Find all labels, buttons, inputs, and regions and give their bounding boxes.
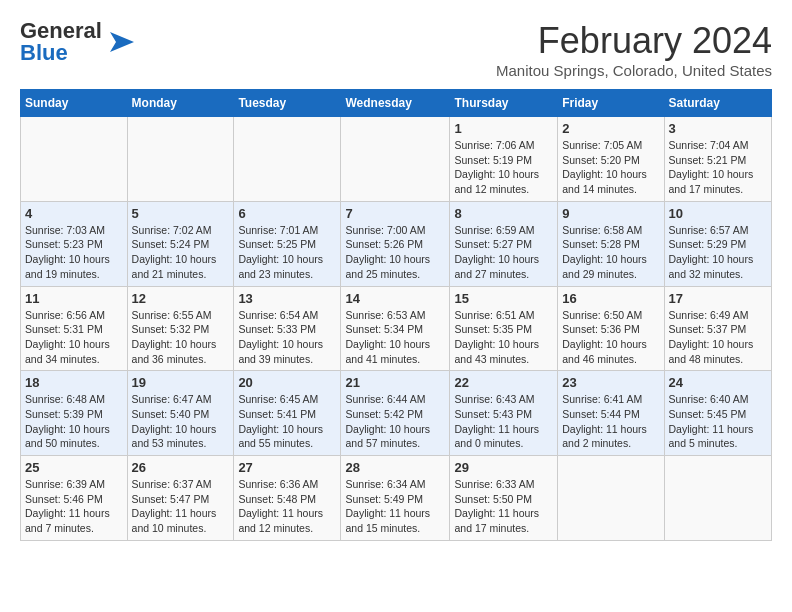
day-info: Sunrise: 7:02 AM Sunset: 5:24 PM Dayligh… [132,223,230,282]
day-info: Sunrise: 6:49 AM Sunset: 5:37 PM Dayligh… [669,308,767,367]
calendar-cell: 6Sunrise: 7:01 AM Sunset: 5:25 PM Daylig… [234,201,341,286]
day-info: Sunrise: 6:37 AM Sunset: 5:47 PM Dayligh… [132,477,230,536]
day-info: Sunrise: 6:40 AM Sunset: 5:45 PM Dayligh… [669,392,767,451]
weekday-header-saturday: Saturday [664,90,771,117]
day-number: 22 [454,375,553,390]
day-number: 21 [345,375,445,390]
calendar-cell [558,456,664,541]
day-number: 4 [25,206,123,221]
day-info: Sunrise: 7:05 AM Sunset: 5:20 PM Dayligh… [562,138,659,197]
calendar-cell: 13Sunrise: 6:54 AM Sunset: 5:33 PM Dayli… [234,286,341,371]
day-info: Sunrise: 6:59 AM Sunset: 5:27 PM Dayligh… [454,223,553,282]
calendar-cell: 12Sunrise: 6:55 AM Sunset: 5:32 PM Dayli… [127,286,234,371]
day-number: 17 [669,291,767,306]
title-section: February 2024 Manitou Springs, Colorado,… [496,20,772,79]
day-number: 3 [669,121,767,136]
day-info: Sunrise: 6:48 AM Sunset: 5:39 PM Dayligh… [25,392,123,451]
weekday-header-row: SundayMondayTuesdayWednesdayThursdayFrid… [21,90,772,117]
calendar-cell: 23Sunrise: 6:41 AM Sunset: 5:44 PM Dayli… [558,371,664,456]
day-number: 29 [454,460,553,475]
svg-marker-0 [110,32,134,52]
calendar-cell: 20Sunrise: 6:45 AM Sunset: 5:41 PM Dayli… [234,371,341,456]
day-info: Sunrise: 6:43 AM Sunset: 5:43 PM Dayligh… [454,392,553,451]
weekday-header-monday: Monday [127,90,234,117]
day-number: 27 [238,460,336,475]
day-info: Sunrise: 6:53 AM Sunset: 5:34 PM Dayligh… [345,308,445,367]
calendar-cell: 1Sunrise: 7:06 AM Sunset: 5:19 PM Daylig… [450,117,558,202]
calendar-cell: 25Sunrise: 6:39 AM Sunset: 5:46 PM Dayli… [21,456,128,541]
calendar-cell: 26Sunrise: 6:37 AM Sunset: 5:47 PM Dayli… [127,456,234,541]
day-info: Sunrise: 6:51 AM Sunset: 5:35 PM Dayligh… [454,308,553,367]
day-number: 26 [132,460,230,475]
calendar-week-row: 25Sunrise: 6:39 AM Sunset: 5:46 PM Dayli… [21,456,772,541]
weekday-header-thursday: Thursday [450,90,558,117]
day-number: 13 [238,291,336,306]
calendar-cell: 14Sunrise: 6:53 AM Sunset: 5:34 PM Dayli… [341,286,450,371]
day-number: 8 [454,206,553,221]
day-number: 24 [669,375,767,390]
day-number: 18 [25,375,123,390]
calendar-cell: 3Sunrise: 7:04 AM Sunset: 5:21 PM Daylig… [664,117,771,202]
day-number: 7 [345,206,445,221]
calendar-cell: 4Sunrise: 7:03 AM Sunset: 5:23 PM Daylig… [21,201,128,286]
day-info: Sunrise: 6:58 AM Sunset: 5:28 PM Dayligh… [562,223,659,282]
day-number: 15 [454,291,553,306]
day-info: Sunrise: 7:01 AM Sunset: 5:25 PM Dayligh… [238,223,336,282]
calendar-cell: 21Sunrise: 6:44 AM Sunset: 5:42 PM Dayli… [341,371,450,456]
calendar-cell: 9Sunrise: 6:58 AM Sunset: 5:28 PM Daylig… [558,201,664,286]
calendar-cell: 24Sunrise: 6:40 AM Sunset: 5:45 PM Dayli… [664,371,771,456]
weekday-header-wednesday: Wednesday [341,90,450,117]
calendar-cell: 5Sunrise: 7:02 AM Sunset: 5:24 PM Daylig… [127,201,234,286]
day-info: Sunrise: 6:36 AM Sunset: 5:48 PM Dayligh… [238,477,336,536]
calendar-table: SundayMondayTuesdayWednesdayThursdayFrid… [20,89,772,541]
day-number: 14 [345,291,445,306]
calendar-cell: 8Sunrise: 6:59 AM Sunset: 5:27 PM Daylig… [450,201,558,286]
calendar-cell [234,117,341,202]
calendar-cell: 15Sunrise: 6:51 AM Sunset: 5:35 PM Dayli… [450,286,558,371]
day-info: Sunrise: 6:34 AM Sunset: 5:49 PM Dayligh… [345,477,445,536]
calendar-week-row: 4Sunrise: 7:03 AM Sunset: 5:23 PM Daylig… [21,201,772,286]
weekday-header-friday: Friday [558,90,664,117]
day-number: 25 [25,460,123,475]
calendar-cell [127,117,234,202]
day-info: Sunrise: 6:54 AM Sunset: 5:33 PM Dayligh… [238,308,336,367]
calendar-cell: 19Sunrise: 6:47 AM Sunset: 5:40 PM Dayli… [127,371,234,456]
day-number: 19 [132,375,230,390]
day-info: Sunrise: 6:41 AM Sunset: 5:44 PM Dayligh… [562,392,659,451]
calendar-cell: 10Sunrise: 6:57 AM Sunset: 5:29 PM Dayli… [664,201,771,286]
calendar-cell: 22Sunrise: 6:43 AM Sunset: 5:43 PM Dayli… [450,371,558,456]
calendar-week-row: 18Sunrise: 6:48 AM Sunset: 5:39 PM Dayli… [21,371,772,456]
day-number: 1 [454,121,553,136]
weekday-header-tuesday: Tuesday [234,90,341,117]
day-info: Sunrise: 6:45 AM Sunset: 5:41 PM Dayligh… [238,392,336,451]
day-info: Sunrise: 6:50 AM Sunset: 5:36 PM Dayligh… [562,308,659,367]
day-number: 12 [132,291,230,306]
day-info: Sunrise: 7:06 AM Sunset: 5:19 PM Dayligh… [454,138,553,197]
calendar-cell: 29Sunrise: 6:33 AM Sunset: 5:50 PM Dayli… [450,456,558,541]
day-number: 9 [562,206,659,221]
logo-blue: Blue [20,42,102,64]
calendar-cell: 18Sunrise: 6:48 AM Sunset: 5:39 PM Dayli… [21,371,128,456]
calendar-week-row: 1Sunrise: 7:06 AM Sunset: 5:19 PM Daylig… [21,117,772,202]
day-info: Sunrise: 6:57 AM Sunset: 5:29 PM Dayligh… [669,223,767,282]
day-number: 11 [25,291,123,306]
logo: General Blue [20,20,134,64]
calendar-cell: 11Sunrise: 6:56 AM Sunset: 5:31 PM Dayli… [21,286,128,371]
day-number: 28 [345,460,445,475]
day-number: 6 [238,206,336,221]
day-number: 2 [562,121,659,136]
calendar-cell [341,117,450,202]
month-title: February 2024 [496,20,772,62]
day-info: Sunrise: 6:47 AM Sunset: 5:40 PM Dayligh… [132,392,230,451]
day-number: 5 [132,206,230,221]
logo-arrow-icon [106,28,134,56]
calendar-cell: 28Sunrise: 6:34 AM Sunset: 5:49 PM Dayli… [341,456,450,541]
day-info: Sunrise: 6:33 AM Sunset: 5:50 PM Dayligh… [454,477,553,536]
calendar-cell: 16Sunrise: 6:50 AM Sunset: 5:36 PM Dayli… [558,286,664,371]
weekday-header-sunday: Sunday [21,90,128,117]
calendar-cell: 27Sunrise: 6:36 AM Sunset: 5:48 PM Dayli… [234,456,341,541]
day-info: Sunrise: 6:44 AM Sunset: 5:42 PM Dayligh… [345,392,445,451]
day-number: 10 [669,206,767,221]
day-number: 16 [562,291,659,306]
location-title: Manitou Springs, Colorado, United States [496,62,772,79]
